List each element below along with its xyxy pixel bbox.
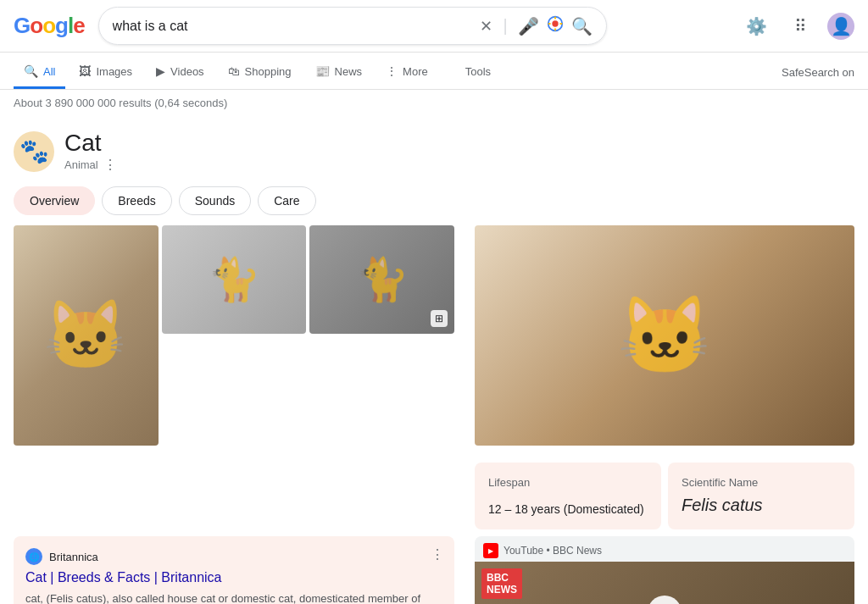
avatar[interactable]: 👤	[827, 13, 854, 40]
lifespan-value: 12 – 18 years (Domesticated)	[488, 502, 648, 516]
entity-more-icon[interactable]: ⋮	[103, 157, 117, 173]
google-lens-icon[interactable]	[546, 14, 565, 37]
scientific-name-label: Scientific Name	[682, 476, 841, 489]
header-right: ⚙️ ⠿ 👤	[739, 9, 854, 43]
lifespan-panel: Lifespan 12 – 18 years (Domesticated)	[475, 463, 661, 529]
info-row: Lifespan 12 – 18 years (Domesticated) Sc…	[14, 463, 854, 529]
left-spacer	[14, 463, 454, 529]
search-submit-icon[interactable]: 🔍	[571, 16, 593, 36]
tools-button[interactable]: Tools	[455, 57, 501, 89]
settings-button[interactable]: ⚙️	[739, 9, 773, 43]
safesearch-label[interactable]: SafeSearch on	[782, 66, 854, 79]
google-logo[interactable]: Google	[14, 13, 85, 39]
cat-subtitle: Animal ⋮	[64, 157, 117, 173]
tab-more[interactable]: ⋮ More	[376, 56, 438, 89]
more-icon: ⋮	[386, 64, 398, 78]
svg-point-1	[552, 20, 558, 26]
results-layout: 🐱 🐈 🐈 ⊞ 🐱	[14, 225, 854, 456]
video-card[interactable]: ▶ YouTube • BBC News BBCNEWS ▶ 3 Oct 201…	[475, 536, 854, 604]
siamese-cat-image[interactable]: 🐱	[475, 225, 854, 446]
britannica-source: Britannica	[49, 551, 98, 563]
tab-shopping[interactable]: 🛍 Shopping	[218, 56, 302, 89]
main-content: 🐾 Cat Animal ⋮ Overview Breeds Sounds Ca…	[0, 116, 868, 604]
card-row: 🌐 Britannica ⋮ Cat | Breeds & Facts | Br…	[14, 536, 854, 604]
tab-all[interactable]: 🔍 All	[14, 56, 65, 89]
results-right: 🐱	[475, 225, 854, 456]
britannica-globe-icon: 🌐	[25, 548, 42, 565]
tab-news[interactable]: 📰 News	[305, 56, 373, 89]
cat-knowledge-header: 🐾 Cat Animal ⋮	[14, 116, 854, 180]
video-header: ▶ YouTube • BBC News	[475, 536, 854, 562]
cat-image-bottom-right[interactable]: 🐈 ⊞	[309, 225, 454, 334]
video-thumbnail[interactable]: BBCNEWS ▶ 3 Oct 2014 3:27	[475, 562, 854, 604]
nav-tabs: 🔍 All 🖼 Images ▶ Videos 🛍 Shopping 📰 New…	[0, 53, 868, 90]
shopping-icon: 🛍	[228, 64, 240, 78]
image-grid: 🐱 🐈 🐈 ⊞	[14, 225, 454, 446]
all-icon: 🔍	[24, 64, 38, 78]
scientific-name-value: Felis catus	[682, 496, 841, 515]
search-input[interactable]	[113, 19, 474, 34]
britannica-header: 🌐 Britannica	[25, 548, 442, 565]
youtube-icon: ▶	[483, 543, 498, 558]
britannica-left: 🌐 Britannica ⋮ Cat | Breeds & Facts | Br…	[14, 536, 454, 604]
header: Google ✕ | 🎤 🔍 ⚙️ ⠿ 👤	[0, 0, 868, 53]
bbc-logo: BBCNEWS	[481, 568, 522, 599]
cat-tabs: Overview Breeds Sounds Care	[14, 180, 854, 225]
cat-title: Cat	[64, 130, 117, 157]
microphone-icon[interactable]: 🎤	[518, 16, 539, 36]
videos-icon: ▶	[156, 64, 165, 78]
tab-images[interactable]: 🖼 Images	[69, 56, 142, 89]
cat-title-block: Cat Animal ⋮	[64, 130, 117, 173]
results-count: About 3 890 000 000 results (0,64 second…	[0, 90, 868, 116]
britannica-title-link[interactable]: Cat | Breeds & Facts | Britannica	[25, 570, 442, 585]
news-icon: 📰	[315, 64, 330, 78]
google-apps-button[interactable]: ⠿	[783, 9, 817, 43]
cat-tab-overview[interactable]: Overview	[14, 186, 95, 215]
clear-icon[interactable]: ✕	[480, 17, 492, 36]
lifespan-label: Lifespan	[488, 476, 648, 489]
video-source: YouTube • BBC News	[504, 545, 602, 557]
britannica-card: 🌐 Britannica ⋮ Cat | Breeds & Facts | Br…	[14, 536, 454, 604]
info-panels: Lifespan 12 – 18 years (Domesticated) Sc…	[475, 463, 854, 529]
cat-tab-breeds[interactable]: Breeds	[102, 186, 171, 215]
scientific-name-panel: Scientific Name Felis catus	[668, 463, 854, 529]
britannica-more-icon[interactable]: ⋮	[431, 546, 444, 562]
video-right: ▶ YouTube • BBC News BBCNEWS ▶ 3 Oct 201…	[475, 536, 854, 604]
cat-tab-sounds[interactable]: Sounds	[179, 186, 251, 215]
cat-paw-icon: 🐾	[14, 131, 54, 172]
tab-videos[interactable]: ▶ Videos	[146, 56, 214, 89]
britannica-description: cat, (Felis catus), also called house ca…	[25, 590, 442, 604]
right-info: Lifespan 12 – 18 years (Domesticated) Sc…	[475, 463, 854, 529]
search-bar: ✕ | 🎤 🔍	[98, 7, 607, 45]
cat-image-top-right[interactable]: 🐈	[162, 225, 307, 334]
play-button[interactable]: ▶	[648, 596, 682, 604]
images-icon: 🖼	[79, 64, 91, 78]
cat-image-large[interactable]: 🐱	[14, 225, 159, 446]
cat-tab-care[interactable]: Care	[258, 186, 315, 215]
image-expand-icon[interactable]: ⊞	[431, 310, 448, 327]
results-left: 🐱 🐈 🐈 ⊞	[14, 225, 454, 456]
